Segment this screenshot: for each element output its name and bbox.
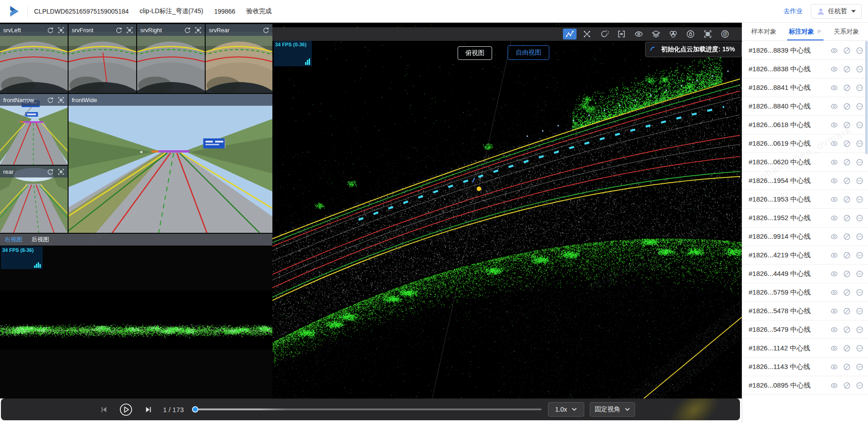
object-row[interactable]: #1826...1143 中心线 (742, 358, 868, 376)
disable-icon[interactable] (843, 103, 851, 110)
object-row[interactable]: #1826...5478 中心线 (742, 302, 868, 320)
list-menu-icon[interactable] (817, 28, 822, 35)
disable-icon[interactable] (843, 270, 851, 278)
object-row[interactable]: #1826...4449 中心线 (742, 265, 868, 283)
disable-icon[interactable] (843, 233, 851, 241)
visible-icon[interactable] (830, 363, 838, 371)
view-mode-select[interactable]: 固定视角 (590, 402, 635, 417)
camera-tile-frontWide[interactable]: frontWide (69, 94, 272, 233)
side-view-tab-后视图[interactable]: 后视图 (31, 236, 49, 244)
object-row[interactable]: #1826...8840 中心线 (742, 97, 868, 116)
visible-icon[interactable] (830, 158, 838, 166)
lock-icon[interactable] (684, 29, 697, 39)
side-view-pointcloud[interactable] (0, 290, 272, 349)
visible-icon[interactable] (830, 47, 838, 54)
disable-icon[interactable] (843, 214, 851, 222)
more-icon[interactable] (856, 84, 863, 92)
visible-icon[interactable] (830, 196, 838, 203)
expand-icon[interactable] (58, 27, 64, 34)
go-work-link[interactable]: 去作业 (784, 7, 803, 15)
user-menu-button[interactable]: 任杭哲 (811, 4, 862, 19)
camera-tile-srvRight[interactable]: srvRight (137, 24, 205, 93)
expand-icon[interactable] (126, 27, 133, 34)
visible-icon[interactable] (830, 121, 838, 129)
disable-icon[interactable] (843, 307, 851, 315)
rotate-icon[interactable] (115, 27, 122, 34)
expand-icon[interactable] (58, 168, 64, 175)
visible-icon[interactable] (830, 326, 838, 334)
disable-icon[interactable] (843, 47, 851, 54)
object-row[interactable]: #1826...5759 中心线 (742, 283, 868, 302)
timeline-slider[interactable] (192, 406, 542, 413)
more-icon[interactable] (856, 344, 863, 352)
more-icon[interactable] (856, 382, 863, 389)
object-row[interactable]: #1826...8839 中心线 (742, 41, 868, 60)
object-row[interactable]: #1826...0619 中心线 (742, 134, 868, 153)
more-icon[interactable] (856, 177, 863, 185)
more-icon[interactable] (856, 251, 863, 259)
visible-icon[interactable] (830, 251, 838, 259)
disable-icon[interactable] (843, 158, 851, 166)
rotate-icon[interactable] (262, 27, 269, 34)
pointcloud-canvas[interactable] (272, 23, 742, 398)
more-icon[interactable] (856, 326, 863, 334)
camera-tile-srvFront[interactable]: srvFront (69, 24, 136, 93)
disable-icon[interactable] (843, 84, 851, 92)
camera-tile-srvRear[interactable]: srvRear (206, 24, 272, 93)
more-icon[interactable] (856, 307, 863, 315)
merge-frames-icon[interactable] (615, 29, 628, 39)
visible-icon[interactable] (830, 84, 838, 92)
disable-icon[interactable] (843, 140, 851, 148)
disable-icon[interactable] (843, 196, 851, 203)
more-icon[interactable] (856, 103, 863, 110)
expand-icon[interactable] (58, 97, 64, 103)
more-icon[interactable] (856, 289, 863, 296)
more-icon[interactable] (856, 121, 863, 129)
side-view-tab-右视图[interactable]: 右视图 (5, 236, 22, 244)
camera-tile-srvLeft[interactable]: srvLeft (0, 24, 68, 93)
visible-icon[interactable] (830, 103, 838, 110)
object-row[interactable]: #1826...4219 中心线 (742, 246, 868, 265)
visible-icon[interactable] (830, 233, 838, 241)
disable-icon[interactable] (843, 382, 851, 389)
object-row[interactable]: #1826...8841 中心线 (742, 79, 868, 97)
slider-track[interactable] (192, 408, 542, 410)
visible-icon[interactable] (830, 307, 838, 315)
object-row[interactable]: #1826...1952 中心线 (742, 209, 868, 227)
rotate-icon[interactable] (47, 97, 54, 103)
venn-circles-icon[interactable] (666, 29, 680, 39)
sidebar-tab-样本对象[interactable]: 样本对象 (750, 23, 779, 40)
next-frame-button[interactable] (144, 406, 152, 413)
object-row[interactable]: #1826...8838 中心线 (742, 60, 868, 79)
more-icon[interactable] (856, 158, 863, 166)
more-icon[interactable] (856, 363, 863, 371)
more-icon[interactable] (856, 47, 863, 54)
rotate-icon[interactable] (47, 27, 54, 34)
more-icon[interactable] (856, 196, 863, 203)
visible-icon[interactable] (830, 344, 838, 352)
object-row[interactable]: #1826...0618 中心线 (742, 116, 868, 134)
play-button[interactable] (119, 403, 133, 416)
speed-select[interactable]: 1.0x (548, 402, 584, 417)
more-icon[interactable] (856, 65, 863, 73)
more-icon[interactable] (856, 270, 863, 278)
object-row[interactable]: #1826...0620 中心线 (742, 153, 868, 172)
expand-icon[interactable] (195, 27, 202, 34)
object-row[interactable]: #1826...1954 中心线 (742, 172, 868, 190)
visible-icon[interactable] (830, 270, 838, 278)
visible-icon[interactable] (830, 140, 838, 148)
sidebar-tab-关系对象[interactable]: 关系对象 (832, 23, 861, 40)
cross-points-icon[interactable] (580, 29, 594, 39)
disable-icon[interactable] (843, 177, 851, 185)
free-view-button[interactable]: 自由视图 (508, 45, 549, 60)
object-row[interactable]: #1826...1142 中心线 (742, 339, 868, 358)
more-icon[interactable] (856, 140, 863, 148)
visible-icon[interactable] (830, 65, 838, 73)
crop-region-icon[interactable] (701, 29, 715, 39)
lasso-spark-icon[interactable] (597, 29, 611, 39)
camera-tile-rear[interactable]: rear (0, 166, 68, 233)
disable-icon[interactable] (843, 326, 851, 334)
disable-icon[interactable] (843, 363, 851, 371)
disable-icon[interactable] (843, 289, 851, 296)
camera-tile-frontNarrow[interactable]: frontNarrow (0, 94, 68, 165)
